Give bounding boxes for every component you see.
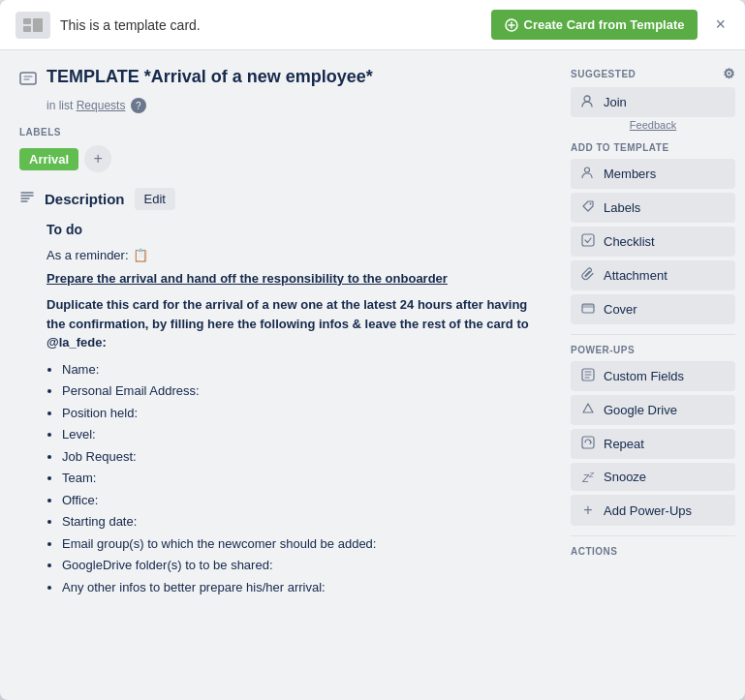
description-title: Description [45,191,125,207]
close-button[interactable]: × [711,11,729,39]
gear-icon[interactable]: ⚙ [723,66,736,81]
todo-heading: To do [47,220,542,240]
labels-row: Arrival + [19,145,542,172]
template-card-icon [16,12,50,39]
bold-paragraph: Duplicate this card for the arrival of a… [47,295,542,352]
suggested-section-title: SUGGESTED ⚙ [571,66,735,81]
list-item: Team: [62,469,542,488]
cover-button[interactable]: Cover [571,294,735,324]
left-panel: TEMPLATE *Arrival of a new employee* in … [0,50,561,700]
list-item: Email group(s) to which the newcomer sho… [62,534,542,554]
create-card-from-template-button[interactable]: Create Card from Template [491,10,698,40]
divider2 [571,535,735,536]
list-item: GoogleDrive folder(s) to to be shared: [62,556,542,575]
banner-left: This is a template card. [16,12,201,39]
banner-text: This is a template card. [60,17,201,33]
card-list-info: in list Requests ? [47,98,542,113]
svg-point-5 [584,96,590,102]
checklist-icon [580,233,596,250]
divider [571,334,735,335]
list-item: Job Request: [62,447,542,467]
main-content: TEMPLATE *Arrival of a new employee* in … [0,50,745,700]
list-item: Starting date: [62,512,542,532]
add-power-ups-icon: + [580,502,596,519]
attachment-button[interactable]: Attachment [571,260,735,290]
add-label-button[interactable]: + [84,145,111,172]
list-link[interactable]: Requests [77,99,126,112]
members-button[interactable]: Members [571,159,735,189]
description-section: Description Edit To do As a reminder: 📋 … [19,188,542,596]
reminder-prefix: As a reminder: [47,246,129,265]
svg-rect-12 [582,437,594,448]
add-power-ups-button[interactable]: + Add Power-Ups [571,495,735,526]
actions-section: ACTIONS [571,546,735,557]
top-banner: This is a template card. Create Card fro… [0,0,745,50]
snooze-button[interactable]: ZZ Snooze [571,463,735,491]
description-content: To do As a reminder: 📋 Prepare the arriv… [47,220,542,596]
google-drive-icon [580,402,596,418]
arrival-label[interactable]: Arrival [19,148,78,170]
svg-rect-0 [23,18,31,24]
custom-fields-button[interactable]: Custom Fields [571,361,735,391]
svg-point-7 [590,203,592,205]
bullet-list: Name: Personal Email Address: Position h… [62,360,542,597]
list-item: Level: [62,425,542,444]
card-icon [19,70,37,92]
join-button[interactable]: Join [571,87,735,117]
reminder-line: As a reminder: 📋 Prepare the arrival and… [47,246,542,288]
emoji-icon: 📋 [133,246,148,265]
checklist-button[interactable]: Checklist [571,227,735,257]
repeat-icon [580,436,596,452]
create-icon [505,18,518,32]
repeat-button[interactable]: Repeat [571,429,735,459]
custom-fields-icon [580,368,596,384]
svg-rect-8 [582,234,594,246]
reminder-link[interactable]: Prepare the arrival and hand off the res… [47,269,448,289]
cover-icon [580,301,596,318]
svg-rect-1 [23,26,31,32]
add-to-template-title: ADD TO TEMPLATE [571,142,735,153]
actions-title: ACTIONS [571,546,735,557]
labels-button[interactable]: Labels [571,193,735,223]
svg-point-6 [585,167,590,172]
svg-rect-10 [582,304,594,308]
add-to-template-section: ADD TO TEMPLATE Members [571,142,735,324]
info-badge[interactable]: ? [131,98,146,113]
edit-description-button[interactable]: Edit [135,188,175,210]
feedback-link[interactable]: Feedback [571,119,735,131]
card-title: TEMPLATE *Arrival of a new employee* [47,66,373,88]
modal: This is a template card. Create Card fro… [0,0,745,700]
google-drive-button[interactable]: Google Drive [571,395,735,425]
members-icon [580,166,596,182]
list-item: Position held: [62,404,542,423]
labels-section: LABELS Arrival + [19,127,542,172]
list-item: Office: [62,491,542,510]
power-ups-title: POWER-UPS [571,345,735,355]
join-icon [580,94,596,110]
card-header: TEMPLATE *Arrival of a new employee* [19,66,542,92]
right-panel: SUGGESTED ⚙ Join Feedback ADD TO TEMPLAT… [561,50,745,700]
list-item: Name: [62,360,542,380]
attachment-icon [580,267,596,284]
svg-rect-4 [20,73,36,84]
description-icon [19,190,35,209]
list-item: Personal Email Address: [62,381,542,401]
labels-heading: LABELS [19,127,542,137]
labels-icon [580,199,596,216]
svg-rect-2 [33,18,43,32]
list-item: Any other infos to better prepare his/he… [62,578,542,597]
snooze-icon: ZZ [580,471,596,484]
power-ups-section: POWER-UPS Custom Fields [571,345,735,526]
description-header: Description Edit [19,188,542,210]
